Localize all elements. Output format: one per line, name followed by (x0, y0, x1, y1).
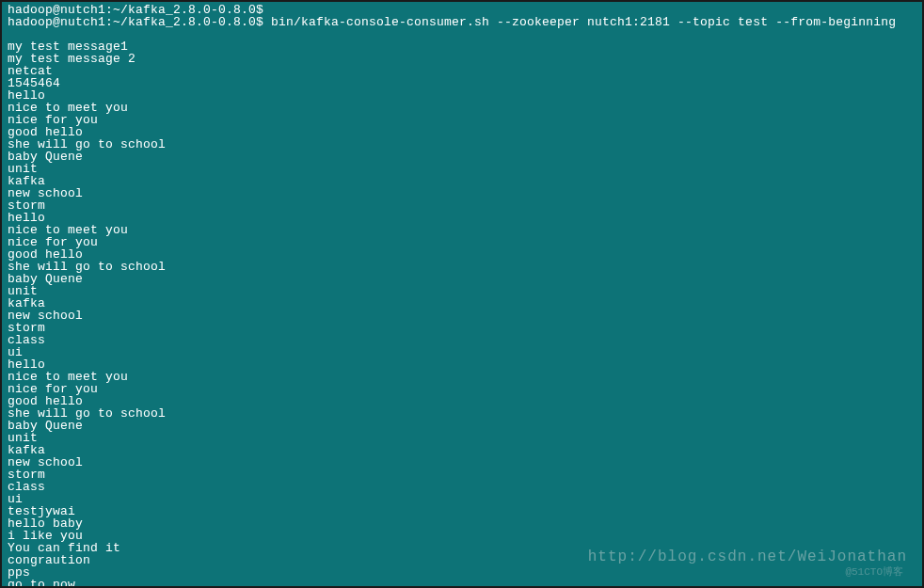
terminal-output-line: new school (8, 456, 916, 469)
blank-line (8, 28, 916, 40)
terminal-output-line: netcat (8, 65, 916, 77)
terminal-output-line: hello (8, 89, 916, 102)
terminal-prompt-line[interactable]: hadoop@nutch1:~/kafka_2.8.0-0.8.0$ bin/k… (8, 16, 916, 28)
terminal-output-line: baby Quene (8, 151, 916, 163)
terminal-output-line: unit (8, 163, 916, 175)
terminal-output-line: my test message1 (8, 40, 916, 53)
terminal-output-line: she will go to school (8, 138, 916, 151)
terminal-output-line: nice to meet you (8, 102, 916, 114)
terminal-output-line: ui (8, 493, 916, 505)
terminal-output-line: kafka (8, 175, 916, 187)
terminal-output-line: kafka (8, 297, 916, 310)
terminal-output-line: hello (8, 358, 916, 371)
terminal-output-line: go to now (8, 579, 916, 588)
terminal-output-line: storm (8, 199, 916, 212)
terminal-output-line: nice to meet you (8, 224, 916, 236)
terminal-output-line: class (8, 481, 916, 493)
terminal-output-line: kafka (8, 444, 916, 456)
watermark-logo: @51CTO博客 (845, 566, 903, 579)
terminal-output-line: hello baby (8, 517, 916, 530)
watermark-url: http://blog.csdn.net/WeiJonathan (588, 551, 907, 564)
terminal-output-line: i like you (8, 530, 916, 542)
terminal-output-line: class (8, 334, 916, 346)
terminal-output-line: nice for you (8, 383, 916, 395)
terminal-output-line: ui (8, 346, 916, 358)
terminal-output-line: hello (8, 212, 916, 224)
terminal-output-line: nice for you (8, 236, 916, 248)
terminal-output-line: my test message 2 (8, 53, 916, 65)
terminal-output: my test message1my test message 2netcat1… (8, 40, 916, 588)
terminal-output-line: storm (8, 322, 916, 334)
terminal-output-line: nice to meet you (8, 371, 916, 383)
terminal-output-line: pps (8, 566, 916, 579)
terminal-output-line: unit (8, 432, 916, 444)
terminal-output-line: testjywai (8, 505, 916, 517)
terminal-output-line: nice for you (8, 114, 916, 126)
terminal-output-line: 1545464 (8, 77, 916, 89)
terminal-output-line: storm (8, 469, 916, 481)
terminal-output-line: she will go to school (8, 261, 916, 273)
terminal-output-line: new school (8, 310, 916, 322)
terminal-output-line: unit (8, 285, 916, 297)
terminal-output-line: baby Quene (8, 273, 916, 285)
terminal-output-line: new school (8, 187, 916, 199)
terminal-output-line: she will go to school (8, 407, 916, 420)
terminal-output-line: baby Quene (8, 420, 916, 432)
